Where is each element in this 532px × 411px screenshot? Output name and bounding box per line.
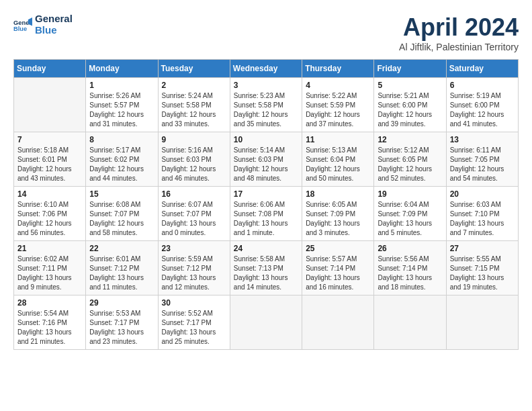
day-info: Sunrise: 5:55 AM Sunset: 7:15 PM Dayligh… <box>450 255 515 292</box>
day-info: Sunrise: 5:13 AM Sunset: 6:04 PM Dayligh… <box>306 146 370 183</box>
weekday-header-monday: Monday <box>86 60 158 78</box>
day-number: 25 <box>306 244 370 253</box>
weekday-header-wednesday: Wednesday <box>230 60 302 78</box>
calendar-cell: 7Sunrise: 5:18 AM Sunset: 6:01 PM Daylig… <box>14 132 86 187</box>
weekday-header-sunday: Sunday <box>14 60 86 78</box>
day-info: Sunrise: 5:24 AM Sunset: 5:58 PM Dayligh… <box>162 91 226 129</box>
weekday-header-thursday: Thursday <box>302 60 374 78</box>
calendar-cell: 17Sunrise: 6:06 AM Sunset: 7:08 PM Dayli… <box>230 187 302 241</box>
week-row-4: 21Sunrise: 6:02 AM Sunset: 7:11 PM Dayli… <box>14 241 519 295</box>
day-number: 1 <box>89 81 154 90</box>
day-info: Sunrise: 5:12 AM Sunset: 6:05 PM Dayligh… <box>378 146 442 183</box>
day-info: Sunrise: 5:56 AM Sunset: 7:14 PM Dayligh… <box>378 255 442 292</box>
day-number: 30 <box>162 298 226 308</box>
weekday-header-tuesday: Tuesday <box>158 60 230 78</box>
calendar-cell: 6Sunrise: 5:19 AM Sunset: 6:00 PM Daylig… <box>446 78 518 132</box>
day-info: Sunrise: 6:02 AM Sunset: 7:11 PM Dayligh… <box>17 255 82 292</box>
day-number: 23 <box>162 244 226 253</box>
calendar-cell: 29Sunrise: 5:53 AM Sunset: 7:17 PM Dayli… <box>86 295 158 350</box>
calendar-cell: 30Sunrise: 5:52 AM Sunset: 7:17 PM Dayli… <box>158 295 230 350</box>
day-number: 27 <box>450 244 515 253</box>
calendar-cell <box>446 295 518 350</box>
weekday-header-row: SundayMondayTuesdayWednesdayThursdayFrid… <box>14 60 519 78</box>
day-number: 8 <box>89 135 154 144</box>
calendar-cell: 3Sunrise: 5:23 AM Sunset: 5:58 PM Daylig… <box>230 78 302 132</box>
day-number: 28 <box>17 298 82 308</box>
calendar-cell: 28Sunrise: 5:54 AM Sunset: 7:16 PM Dayli… <box>14 295 86 350</box>
calendar-cell: 23Sunrise: 5:59 AM Sunset: 7:12 PM Dayli… <box>158 241 230 295</box>
calendar-cell: 12Sunrise: 5:12 AM Sunset: 6:05 PM Dayli… <box>374 132 446 187</box>
day-number: 12 <box>378 135 442 144</box>
day-info: Sunrise: 6:05 AM Sunset: 7:09 PM Dayligh… <box>306 200 370 238</box>
calendar-cell: 13Sunrise: 6:11 AM Sunset: 7:05 PM Dayli… <box>446 132 518 187</box>
day-number: 13 <box>450 135 515 144</box>
page-header: General Blue General Blue April 2024 Al … <box>13 13 519 52</box>
day-info: Sunrise: 5:17 AM Sunset: 6:02 PM Dayligh… <box>89 146 154 183</box>
week-row-5: 28Sunrise: 5:54 AM Sunset: 7:16 PM Dayli… <box>14 295 519 350</box>
calendar-cell: 2Sunrise: 5:24 AM Sunset: 5:58 PM Daylig… <box>158 78 230 132</box>
day-number: 15 <box>89 189 154 199</box>
calendar-cell: 19Sunrise: 6:04 AM Sunset: 7:09 PM Dayli… <box>374 187 446 241</box>
svg-text:Blue: Blue <box>13 26 27 32</box>
day-number: 7 <box>17 135 82 144</box>
day-number: 20 <box>450 189 515 199</box>
logo: General Blue General Blue <box>13 13 73 36</box>
day-info: Sunrise: 5:22 AM Sunset: 5:59 PM Dayligh… <box>306 91 370 129</box>
day-info: Sunrise: 5:59 AM Sunset: 7:12 PM Dayligh… <box>162 255 226 292</box>
day-info: Sunrise: 5:58 AM Sunset: 7:13 PM Dayligh… <box>234 255 298 292</box>
day-number: 5 <box>378 81 442 90</box>
day-info: Sunrise: 5:23 AM Sunset: 5:58 PM Dayligh… <box>234 91 298 129</box>
logo-icon: General Blue <box>13 15 32 34</box>
calendar-cell: 8Sunrise: 5:17 AM Sunset: 6:02 PM Daylig… <box>86 132 158 187</box>
calendar-cell: 25Sunrise: 5:57 AM Sunset: 7:14 PM Dayli… <box>302 241 374 295</box>
calendar-cell: 27Sunrise: 5:55 AM Sunset: 7:15 PM Dayli… <box>446 241 518 295</box>
calendar-cell: 5Sunrise: 5:21 AM Sunset: 6:00 PM Daylig… <box>374 78 446 132</box>
calendar-cell <box>14 78 86 132</box>
month-title: April 2024 <box>399 13 519 42</box>
week-row-2: 7Sunrise: 5:18 AM Sunset: 6:01 PM Daylig… <box>14 132 519 187</box>
calendar-cell: 26Sunrise: 5:56 AM Sunset: 7:14 PM Dayli… <box>374 241 446 295</box>
day-number: 29 <box>89 298 154 308</box>
calendar-cell: 10Sunrise: 5:14 AM Sunset: 6:03 PM Dayli… <box>230 132 302 187</box>
day-info: Sunrise: 5:54 AM Sunset: 7:16 PM Dayligh… <box>17 309 82 347</box>
logo-general: General <box>35 13 73 25</box>
calendar-cell: 18Sunrise: 6:05 AM Sunset: 7:09 PM Dayli… <box>302 187 374 241</box>
calendar-cell <box>230 295 302 350</box>
day-info: Sunrise: 6:08 AM Sunset: 7:07 PM Dayligh… <box>89 200 154 238</box>
day-number: 22 <box>89 244 154 253</box>
calendar-cell: 21Sunrise: 6:02 AM Sunset: 7:11 PM Dayli… <box>14 241 86 295</box>
day-info: Sunrise: 5:16 AM Sunset: 6:03 PM Dayligh… <box>162 146 226 183</box>
day-number: 6 <box>450 81 515 90</box>
day-info: Sunrise: 6:03 AM Sunset: 7:10 PM Dayligh… <box>450 200 515 238</box>
day-info: Sunrise: 5:21 AM Sunset: 6:00 PM Dayligh… <box>378 91 442 129</box>
calendar-cell: 22Sunrise: 6:01 AM Sunset: 7:12 PM Dayli… <box>86 241 158 295</box>
day-number: 10 <box>234 135 298 144</box>
calendar-cell: 16Sunrise: 6:07 AM Sunset: 7:07 PM Dayli… <box>158 187 230 241</box>
day-number: 21 <box>17 244 82 253</box>
day-number: 14 <box>17 189 82 199</box>
day-number: 4 <box>306 81 370 90</box>
day-number: 17 <box>234 189 298 199</box>
calendar-cell: 14Sunrise: 6:10 AM Sunset: 7:06 PM Dayli… <box>14 187 86 241</box>
calendar-cell: 9Sunrise: 5:16 AM Sunset: 6:03 PM Daylig… <box>158 132 230 187</box>
calendar-cell: 4Sunrise: 5:22 AM Sunset: 5:59 PM Daylig… <box>302 78 374 132</box>
day-info: Sunrise: 5:18 AM Sunset: 6:01 PM Dayligh… <box>17 146 82 183</box>
week-row-3: 14Sunrise: 6:10 AM Sunset: 7:06 PM Dayli… <box>14 187 519 241</box>
day-number: 26 <box>378 244 442 253</box>
day-number: 9 <box>162 135 226 144</box>
day-number: 19 <box>378 189 442 199</box>
day-info: Sunrise: 6:10 AM Sunset: 7:06 PM Dayligh… <box>17 200 82 238</box>
calendar-cell: 1Sunrise: 5:26 AM Sunset: 5:57 PM Daylig… <box>86 78 158 132</box>
calendar-cell <box>302 295 374 350</box>
day-info: Sunrise: 6:07 AM Sunset: 7:07 PM Dayligh… <box>162 200 226 238</box>
week-row-1: 1Sunrise: 5:26 AM Sunset: 5:57 PM Daylig… <box>14 78 519 132</box>
day-number: 18 <box>306 189 370 199</box>
calendar-cell: 11Sunrise: 5:13 AM Sunset: 6:04 PM Dayli… <box>302 132 374 187</box>
day-info: Sunrise: 6:04 AM Sunset: 7:09 PM Dayligh… <box>378 200 442 238</box>
day-number: 24 <box>234 244 298 253</box>
day-number: 3 <box>234 81 298 90</box>
day-info: Sunrise: 6:06 AM Sunset: 7:08 PM Dayligh… <box>234 200 298 238</box>
day-info: Sunrise: 5:26 AM Sunset: 5:57 PM Dayligh… <box>89 91 154 129</box>
weekday-header-friday: Friday <box>374 60 446 78</box>
day-number: 16 <box>162 189 226 199</box>
